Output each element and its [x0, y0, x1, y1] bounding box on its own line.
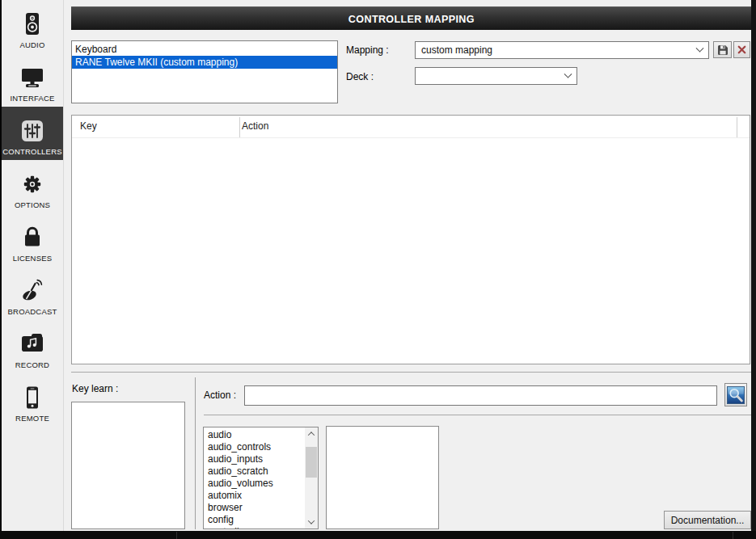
vertical-separator — [195, 377, 196, 529]
list-item[interactable]: browser — [204, 502, 305, 514]
list-item[interactable]: audio_scratch — [204, 465, 305, 478]
column-header-key[interactable]: Key — [80, 120, 97, 132]
chevron-down-icon — [308, 517, 315, 524]
record-folder-icon — [19, 331, 46, 358]
action-input[interactable] — [244, 385, 717, 406]
window-left-edge — [0, 0, 2, 531]
sidebar-divider — [63, 0, 64, 531]
list-item[interactable]: audio — [204, 429, 305, 441]
deck-label: Deck : — [346, 71, 374, 82]
documentation-button[interactable]: Documentation... — [664, 511, 751, 529]
device-item-rane-twelve[interactable]: RANE Twelve MKII (custom mapping) — [72, 56, 337, 69]
horizontal-separator — [204, 415, 751, 415]
column-divider — [239, 117, 240, 138]
page-title: CONTROLLER MAPPING — [348, 13, 475, 25]
chevron-down-icon — [696, 44, 704, 52]
action-search-button[interactable] — [724, 383, 747, 406]
sidebar-item-broadcast[interactable]: BROADCAST — [2, 267, 63, 320]
magnifier-icon — [727, 385, 745, 405]
documentation-button-label: Documentation... — [671, 515, 745, 526]
list-item[interactable]: automix — [204, 490, 305, 502]
sidebar-item-audio[interactable]: AUDIO — [2, 0, 63, 53]
sidebar-item-record[interactable]: RECORD — [2, 320, 63, 373]
sliders-icon — [19, 117, 46, 145]
action-group-list[interactable]: audio audio_controls audio_inputs audio_… — [203, 427, 319, 529]
sidebar-item-label: AUDIO — [19, 40, 44, 49]
sidebar-item-label: BROADCAST — [8, 307, 57, 316]
mapping-select[interactable]: custom mapping — [415, 41, 709, 59]
lock-icon — [19, 224, 46, 251]
scroll-up-button[interactable] — [305, 427, 318, 440]
key-learn-box[interactable] — [71, 402, 185, 529]
key-learn-label: Key learn : — [72, 383, 118, 394]
scroll-down-button[interactable] — [305, 516, 318, 528]
mapping-label: Mapping : — [346, 44, 389, 56]
device-list[interactable]: Keyboard RANE Twelve MKII (custom mappin… — [71, 40, 338, 103]
horizontal-separator — [71, 372, 751, 373]
save-mapping-button[interactable] — [713, 41, 732, 58]
chevron-up-icon — [308, 432, 315, 438]
window-bottom-bar — [0, 531, 756, 539]
scrollbar-thumb[interactable] — [306, 447, 317, 478]
mapping-table[interactable]: Key Action — [71, 115, 750, 364]
sidebar-item-controllers[interactable]: CONTROLLERS — [2, 107, 63, 160]
sidebar-item-interface[interactable]: INTERFACE — [2, 53, 63, 107]
sidebar-item-label: RECORD — [15, 360, 49, 369]
sidebar-item-label: INTERFACE — [10, 94, 54, 103]
sidebar-item-label: LICENSES — [13, 254, 53, 263]
sidebar-item-label: OPTIONS — [15, 200, 50, 209]
sidebar-item-label: REMOTE — [15, 414, 49, 423]
mapping-select-value: custom mapping — [421, 44, 697, 56]
action-label: Action : — [204, 390, 236, 401]
sidebar-item-licenses[interactable]: LICENSES — [2, 213, 63, 267]
gear-icon — [19, 171, 46, 198]
action-group-items: audio audio_controls audio_inputs audio_… — [204, 429, 305, 529]
speaker-icon — [19, 11, 46, 38]
bottom-bar-divider — [176, 532, 177, 539]
column-divider — [737, 117, 737, 138]
floppy-save-icon — [717, 44, 729, 56]
list-item[interactable]: config — [204, 514, 305, 526]
delete-mapping-button[interactable] — [733, 41, 750, 58]
phone-icon — [19, 384, 46, 411]
action-detail-box[interactable] — [326, 426, 439, 529]
scrollbar[interactable] — [305, 427, 318, 528]
settings-sidebar: AUDIO INTERFACE — [2, 0, 63, 531]
header-row-border — [72, 137, 750, 138]
window-right-edge — [751, 0, 756, 539]
monitor-icon — [19, 64, 46, 91]
list-item[interactable]: audio_volumes — [204, 478, 305, 490]
delete-x-icon — [737, 44, 747, 55]
list-item[interactable]: audio_controls — [204, 441, 305, 453]
controller-mapping-window: AUDIO INTERFACE — [0, 0, 756, 539]
page-title-bar: CONTROLLER MAPPING — [71, 6, 751, 30]
list-item[interactable]: audio_inputs — [204, 453, 305, 465]
bottom-bar-divider — [733, 532, 733, 539]
sidebar-item-label: CONTROLLERS — [2, 147, 61, 156]
deck-select[interactable] — [415, 67, 577, 85]
device-item-keyboard[interactable]: Keyboard — [72, 43, 337, 56]
column-header-action[interactable]: Action — [242, 120, 268, 132]
broadcast-icon — [19, 277, 46, 305]
list-item[interactable]: controller — [204, 526, 305, 529]
chevron-down-icon — [564, 69, 572, 78]
sidebar-item-remote[interactable]: REMOTE — [2, 373, 63, 427]
sidebar-item-options[interactable]: OPTIONS — [2, 160, 63, 213]
